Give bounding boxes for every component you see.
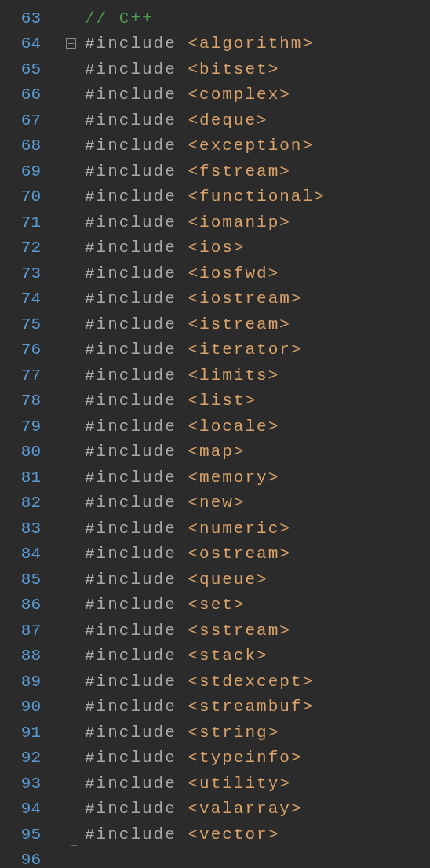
line-number: 63 [0,6,47,32]
line-number: 75 [0,312,47,338]
code-line[interactable]: #include <vector> [85,822,430,848]
line-number: 79 [0,414,47,440]
code-line[interactable]: #include <iomanip> [85,210,430,236]
line-number: 78 [0,388,47,414]
line-number: 72 [0,235,47,261]
code-line[interactable]: #include <complex> [85,82,430,108]
code-area[interactable]: // C++#include <algorithm>#include <bits… [85,0,430,868]
comment-text: // C++ [85,9,154,27]
code-line[interactable]: #include <exception> [85,133,430,159]
include-header: <iomanip> [188,213,290,232]
line-number: 94 [0,797,47,822]
code-line[interactable]: #include <locale> [85,414,430,440]
preprocessor-keyword: #include [85,86,177,104]
code-line[interactable]: #include <streambuf> [85,695,430,720]
preprocessor-keyword: #include [85,213,177,232]
code-line[interactable]: #include <fstream> [85,159,430,185]
preprocessor-keyword: #include [85,137,177,155]
preprocessor-keyword: #include [85,724,177,742]
code-line[interactable]: #include <iostream> [85,286,430,312]
fold-guide-end [71,845,77,846]
code-line[interactable]: #include <limits> [85,363,430,389]
code-line[interactable]: #include <numeric> [85,516,430,542]
preprocessor-keyword: #include [85,673,177,691]
code-line[interactable]: #include <istream> [85,312,430,338]
include-header: <iosfwd> [188,264,279,283]
code-line[interactable]: #include <memory> [85,465,430,491]
preprocessor-keyword: #include [85,826,177,844]
code-line[interactable]: #include <algorithm> [85,31,430,57]
preprocessor-keyword: #include [85,571,177,589]
include-header: <iterator> [188,341,302,359]
fold-guide-line [71,49,71,845]
include-header: <streambuf> [188,698,314,716]
code-editor[interactable]: 6263646566676869707172737475767778798081… [0,0,430,868]
code-line[interactable]: #include <string> [85,720,430,746]
code-line[interactable]: #include <bitset> [85,57,430,83]
include-header: <vector> [188,826,279,844]
line-number: 69 [0,159,47,185]
preprocessor-keyword: #include [85,443,177,461]
line-number: 83 [0,516,47,542]
include-header: <numeric> [188,520,290,538]
code-line[interactable]: #include <iterator> [85,337,430,363]
code-line[interactable]: #include <valarray> [85,797,430,822]
line-number: 90 [0,695,47,720]
line-number: 68 [0,133,47,159]
code-line[interactable]: #include <ios> [85,235,430,261]
line-number: 74 [0,286,47,312]
include-header: <memory> [188,469,279,487]
include-header: <list> [188,392,257,410]
include-header: <iostream> [188,290,302,308]
line-number: 71 [0,210,47,236]
code-line[interactable]: #include <deque> [85,108,430,134]
preprocessor-keyword: #include [85,341,177,359]
line-number: 81 [0,465,47,491]
preprocessor-keyword: #include [85,418,177,436]
preprocessor-keyword: #include [85,60,177,78]
line-number: 87 [0,618,47,644]
preprocessor-keyword: #include [85,162,177,181]
preprocessor-keyword: #include [85,545,177,563]
line-number: 73 [0,261,47,287]
code-line[interactable]: #include <new> [85,491,430,516]
preprocessor-keyword: #include [85,647,177,665]
include-header: <stack> [188,647,268,665]
include-header: <sstream> [188,622,290,640]
include-header: <limits> [188,367,279,385]
code-line[interactable]: #include <queue> [85,567,430,593]
code-line[interactable]: #include <sstream> [85,618,430,644]
line-number: 80 [0,439,47,465]
code-line[interactable] [85,848,430,868]
include-header: <functional> [188,188,325,206]
include-header: <bitset> [188,60,279,78]
code-line[interactable]: #include <set> [85,593,430,618]
include-header: <stdexcept> [188,673,314,691]
code-line[interactable]: #include <stack> [85,644,430,669]
code-line[interactable]: #include <list> [85,388,430,414]
include-header: <deque> [188,111,268,129]
code-line[interactable]: #include <typeinfo> [85,746,430,771]
code-line[interactable]: #include <utility> [85,771,430,797]
code-line[interactable] [85,0,430,6]
code-line[interactable]: #include <iosfwd> [85,261,430,287]
code-line[interactable]: #include <ostream> [85,542,430,567]
line-number: 93 [0,771,47,797]
preprocessor-keyword: #include [85,749,177,767]
code-line[interactable]: // C++ [85,6,430,32]
code-line[interactable]: #include <functional> [85,184,430,210]
preprocessor-keyword: #include [85,494,177,512]
include-header: <istream> [188,315,290,334]
preprocessor-keyword: #include [85,239,177,257]
line-number: 85 [0,567,47,593]
fold-column [47,0,78,848]
fold-toggle-icon[interactable] [66,38,76,49]
code-line[interactable]: #include <map> [85,439,430,465]
line-number: 95 [0,822,47,848]
preprocessor-keyword: #include [85,290,177,308]
include-header: <string> [188,724,279,742]
preprocessor-keyword: #include [85,264,177,283]
line-number: 67 [0,108,47,134]
code-line[interactable]: #include <stdexcept> [85,669,430,695]
preprocessor-keyword: #include [85,35,177,53]
